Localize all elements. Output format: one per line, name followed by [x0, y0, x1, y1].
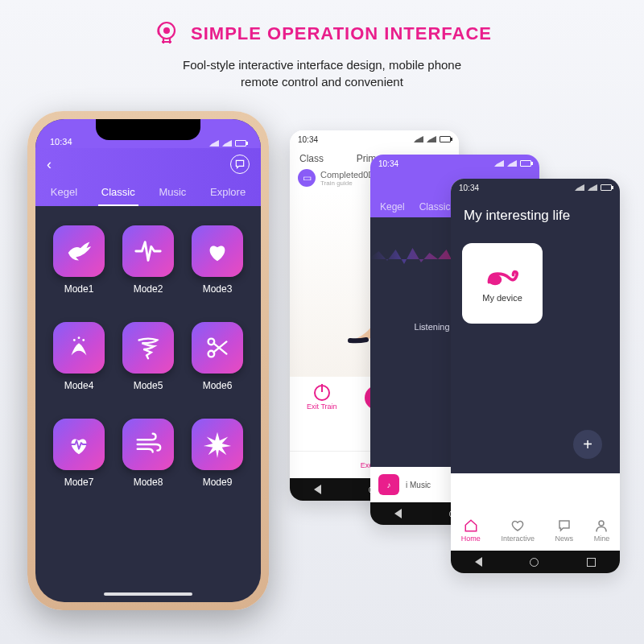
mode-3[interactable]: Mode3 — [188, 225, 246, 295]
heart-icon — [510, 518, 525, 533]
header-subtitle: Fool-style interactive interface design,… — [0, 56, 644, 90]
add-button[interactable]: + — [573, 430, 602, 459]
page-title: My interesting life — [451, 196, 620, 232]
phone-notch — [96, 119, 200, 140]
tab-classic[interactable]: Classic — [98, 186, 138, 206]
tornado-icon — [133, 332, 163, 363]
mode-6[interactable]: Mode6 — [188, 322, 246, 391]
wind-icon — [133, 429, 163, 460]
status-time: 10:34 — [298, 135, 318, 144]
bottom-nav: Home Interactive News Mine — [451, 510, 620, 551]
tab-mine[interactable]: Mine — [594, 518, 610, 543]
svg-point-3 — [599, 521, 604, 526]
burst-icon — [202, 429, 233, 460]
chat-icon — [557, 518, 572, 533]
tab-kegel[interactable]: Kegel — [47, 186, 80, 206]
status-bar: 10:34 — [370, 155, 539, 172]
phone-home: 10:34 My interesting life My device + Ho… — [451, 179, 620, 573]
device-icon — [484, 264, 521, 288]
mode-1[interactable]: Mode1 — [50, 225, 108, 295]
completed-sub: Train guide — [320, 180, 374, 187]
nav-recent-icon[interactable] — [587, 558, 596, 567]
mode-9[interactable]: Mode9 — [188, 419, 246, 488]
scissors-icon — [202, 332, 233, 363]
tab-home[interactable]: Home — [461, 518, 481, 543]
status-time: 10:34 — [50, 137, 72, 147]
book-icon: ▭ — [298, 169, 316, 187]
mode-5[interactable]: Mode5 — [119, 322, 177, 391]
mode-8[interactable]: Mode8 — [119, 419, 177, 488]
splash-icon — [64, 332, 94, 363]
page-header: SIMPLE OPERATION INTERFACE Fool-style in… — [0, 0, 644, 90]
svg-point-4 — [73, 339, 76, 341]
home-icon — [464, 518, 478, 533]
tab-kegel[interactable]: Kegel — [380, 201, 405, 213]
back-icon[interactable]: ‹ — [47, 156, 52, 173]
device-card-label: My device — [482, 293, 522, 303]
svg-point-5 — [78, 336, 80, 339]
svg-point-6 — [82, 339, 85, 341]
status-bar: 10:34 — [451, 179, 620, 196]
tab-interactive[interactable]: Interactive — [501, 518, 535, 543]
bird-icon — [64, 236, 94, 266]
tab-classic[interactable]: Classic — [419, 201, 451, 213]
heart-icon — [202, 236, 233, 266]
music-note-icon: ♪ — [378, 474, 399, 495]
tab-music[interactable]: Music — [155, 186, 189, 206]
status-time: 10:34 — [378, 159, 398, 168]
music-label: i Music — [406, 481, 431, 489]
svg-point-1 — [163, 27, 170, 34]
exit-train-button[interactable]: Exit Train — [307, 385, 337, 411]
nav-home-icon[interactable] — [530, 558, 539, 567]
heart-pulse-icon — [64, 429, 94, 460]
tab-explore[interactable]: Explore — [207, 186, 249, 206]
status-bar: 10:34 — [290, 130, 459, 148]
status-time: 10:34 — [459, 184, 479, 192]
nav-back-icon[interactable] — [475, 557, 482, 567]
mode-4[interactable]: Mode4 — [50, 322, 108, 391]
mode-grid: Mode1 Mode2 Mode3 Mode4 Mode5 — [35, 206, 261, 507]
head-icon — [152, 18, 181, 50]
mode-7[interactable]: Mode7 — [50, 419, 108, 488]
phone-classic: 10:34 ‹ Kegel Classic Music Explore M — [27, 111, 269, 610]
tab-news[interactable]: News — [555, 518, 574, 543]
completed-label: Completed0D — [320, 170, 374, 180]
home-indicator[interactable] — [104, 592, 192, 596]
plus-icon: + — [583, 436, 592, 454]
user-icon — [594, 518, 609, 533]
device-card[interactable]: My device — [462, 243, 543, 324]
svg-point-2 — [489, 275, 502, 286]
app-header: ‹ Kegel Classic Music Explore — [35, 148, 261, 206]
mode-2[interactable]: Mode2 — [119, 225, 177, 295]
nav-back-icon[interactable] — [314, 485, 321, 494]
chat-icon[interactable] — [230, 155, 250, 174]
pulse-icon — [133, 236, 163, 266]
header-title: SIMPLE OPERATION INTERFACE — [191, 23, 492, 44]
nav-back-icon[interactable] — [394, 509, 402, 518]
power-icon — [314, 385, 330, 401]
android-navbar — [451, 551, 620, 573]
tab-bar: Kegel Classic Music Explore — [35, 186, 261, 206]
label-class[interactable]: Class — [299, 153, 324, 164]
